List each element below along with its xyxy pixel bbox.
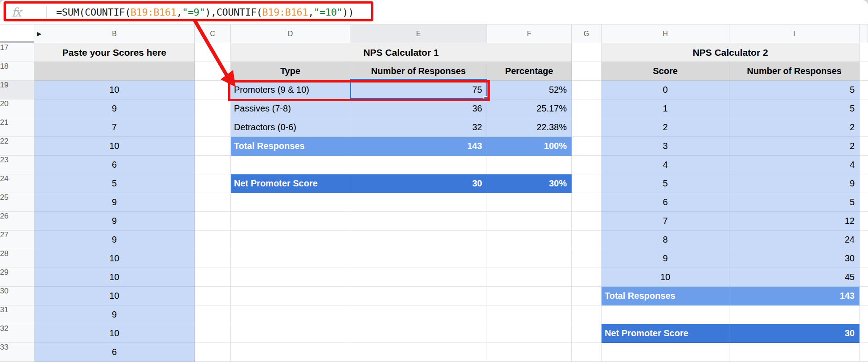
cell-C21[interactable] [195, 118, 231, 137]
row-header-22[interactable]: 22 [0, 137, 34, 156]
cell-B21[interactable]: 7 [34, 118, 195, 137]
cell-H18[interactable]: Score [602, 62, 729, 81]
cell-G30[interactable] [572, 287, 602, 305]
cell-C19[interactable] [195, 81, 231, 99]
row-header-26[interactable]: 26 [0, 212, 34, 231]
cell-G21[interactable] [572, 118, 602, 137]
cell-G29[interactable] [572, 268, 602, 287]
cell-G32[interactable] [572, 324, 602, 343]
cell-I31[interactable] [729, 305, 860, 324]
cell-B29[interactable]: 10 [34, 268, 195, 287]
column-header-G[interactable]: G [572, 25, 602, 43]
cell-F20[interactable]: 25.17% [487, 99, 572, 118]
cell-B25[interactable]: 9 [34, 193, 195, 212]
cell-C28[interactable] [195, 249, 231, 268]
select-all-corner[interactable] [0, 25, 34, 43]
cell-G22[interactable] [572, 137, 602, 156]
cell-B33[interactable]: 6 [34, 343, 195, 362]
cell-D26[interactable] [231, 212, 350, 231]
cell-I33[interactable] [729, 343, 860, 362]
cell-C32[interactable] [195, 324, 231, 343]
row-header-24[interactable]: 24 [0, 174, 34, 193]
row-header-31[interactable]: 31 [0, 305, 34, 324]
row-header-18[interactable]: 18 [0, 62, 34, 81]
cell-C25[interactable] [195, 193, 231, 212]
cell-I19[interactable]: 5 [729, 81, 860, 99]
cell-B22[interactable]: 10 [34, 137, 195, 156]
cell-D31[interactable] [231, 305, 350, 324]
cell-F27[interactable] [487, 231, 572, 249]
cell-F18[interactable]: Percentage [487, 62, 572, 81]
cell-G31[interactable] [572, 305, 602, 324]
cell-B23[interactable]: 6 [34, 156, 195, 174]
row-header-32[interactable]: 32 [0, 324, 34, 343]
cell-F21[interactable]: 22.38% [487, 118, 572, 137]
cell-C33[interactable] [195, 343, 231, 362]
cell-D33[interactable] [231, 343, 350, 362]
cell-E28[interactable] [350, 249, 487, 268]
cell-G19[interactable] [572, 81, 602, 99]
cell-F25[interactable] [487, 193, 572, 212]
cell-C27[interactable] [195, 231, 231, 249]
cell-C31[interactable] [195, 305, 231, 324]
cell-G20[interactable] [572, 99, 602, 118]
cell-H28[interactable]: 9 [602, 249, 729, 268]
cell-I20[interactable]: 5 [729, 99, 860, 118]
cell-I23[interactable]: 4 [729, 156, 860, 174]
cell-B31[interactable]: 9 [34, 305, 195, 324]
cell-F22[interactable]: 100% [487, 137, 572, 156]
row-header-29[interactable]: 29 [0, 268, 34, 287]
cell-B19[interactable]: 10 [34, 81, 195, 99]
cell-B26[interactable]: 9 [34, 212, 195, 231]
cell-E23[interactable] [350, 156, 487, 174]
cell-D28[interactable] [231, 249, 350, 268]
cell-H24[interactable]: 5 [602, 174, 729, 193]
cell-F19[interactable]: 52% [487, 81, 572, 99]
cell-E30[interactable] [350, 287, 487, 305]
cell-H29[interactable]: 10 [602, 268, 729, 287]
cell-D29[interactable] [231, 268, 350, 287]
cell-B20[interactable]: 9 [34, 99, 195, 118]
row-header-21[interactable]: 21 [0, 118, 34, 137]
cell-B17[interactable]: Paste your Scores here [34, 43, 195, 62]
cell-D18[interactable]: Type [231, 62, 350, 81]
cell-E18[interactable]: Number of Responses [350, 62, 487, 81]
cell-D21[interactable]: Detractors (0-6) [231, 118, 350, 137]
cell-D32[interactable] [231, 324, 350, 343]
cell-E31[interactable] [350, 305, 487, 324]
cell-I18[interactable]: Number of Responses [729, 62, 860, 81]
cell-H32[interactable]: Net Promoter Score [602, 324, 729, 343]
cell-E21[interactable]: 32 [350, 118, 487, 137]
cell-I27[interactable]: 24 [729, 231, 860, 249]
cell-I21[interactable]: 2 [729, 118, 860, 137]
cell-B18[interactable] [34, 62, 195, 81]
column-header-C[interactable]: C [195, 25, 231, 43]
cell-G17[interactable] [572, 43, 602, 62]
column-header-F[interactable]: F [487, 25, 572, 43]
cell-F32[interactable] [487, 324, 572, 343]
cell-B27[interactable]: 9 [34, 231, 195, 249]
cell-E24[interactable]: 30 [350, 174, 487, 193]
column-header-H[interactable]: H [602, 25, 729, 43]
cell-H27[interactable]: 8 [602, 231, 729, 249]
cell-F31[interactable] [487, 305, 572, 324]
cell-H22[interactable]: 3 [602, 137, 729, 156]
cell-E33[interactable] [350, 343, 487, 362]
cell-B32[interactable]: 10 [34, 324, 195, 343]
cell-C18[interactable] [195, 62, 231, 81]
cell-F29[interactable] [487, 268, 572, 287]
cell-C22[interactable] [195, 137, 231, 156]
cell-E32[interactable] [350, 324, 487, 343]
cell-B24[interactable]: 5 [34, 174, 195, 193]
row-header-25[interactable]: 25 [0, 193, 34, 212]
cell-F23[interactable] [487, 156, 572, 174]
cell-I29[interactable]: 45 [729, 268, 860, 287]
cell-E27[interactable] [350, 231, 487, 249]
column-header-D[interactable]: D [231, 25, 350, 43]
cell-C30[interactable] [195, 287, 231, 305]
cell-G26[interactable] [572, 212, 602, 231]
cell-I32[interactable]: 30 [729, 324, 860, 343]
cell-C20[interactable] [195, 99, 231, 118]
cell-I28[interactable]: 30 [729, 249, 860, 268]
cell-H19[interactable]: 0 [602, 81, 729, 99]
